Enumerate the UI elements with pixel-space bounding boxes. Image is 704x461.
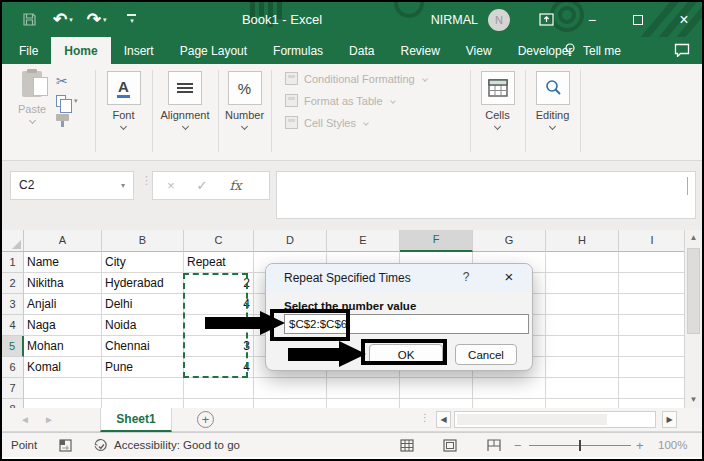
- user-name[interactable]: NIRMAL: [431, 13, 478, 27]
- cell-B3[interactable]: Delhi: [102, 294, 184, 315]
- redo-button[interactable]: ↷ ▾: [87, 11, 107, 28]
- row-header-3[interactable]: 3: [2, 294, 24, 315]
- cell-C5[interactable]: 3: [184, 336, 254, 357]
- cell-G7[interactable]: [473, 378, 546, 399]
- cell-E8[interactable]: [327, 399, 400, 408]
- cell-B4[interactable]: Noida: [102, 315, 184, 336]
- row-header-5[interactable]: 5: [2, 336, 24, 357]
- cell-H7[interactable]: [546, 378, 619, 399]
- cell-H8[interactable]: [546, 399, 619, 408]
- cell-B5[interactable]: Chennai: [102, 336, 184, 357]
- vertical-scrollbar-thumb[interactable]: [687, 248, 700, 334]
- close-icon[interactable]: ×: [676, 12, 692, 28]
- select-all-button[interactable]: [2, 230, 24, 252]
- column-header-F[interactable]: F: [400, 230, 473, 252]
- conditional-formatting-button[interactable]: Conditional Formatting: [285, 72, 427, 85]
- cell-A6[interactable]: Komal: [24, 357, 102, 378]
- tab-review[interactable]: Review: [387, 37, 452, 64]
- chevron-down-icon[interactable]: [241, 123, 248, 130]
- column-header-B[interactable]: B: [102, 230, 184, 252]
- paste-dropdown-icon[interactable]: [28, 117, 35, 124]
- horizontal-scrollbar-thumb[interactable]: [457, 414, 607, 425]
- macro-record-icon[interactable]: [59, 433, 72, 457]
- cell-styles-button[interactable]: Cell Styles: [285, 116, 368, 129]
- cell-D8[interactable]: [254, 399, 327, 408]
- cell-A3[interactable]: Anjali: [24, 294, 102, 315]
- enter-entry-icon[interactable]: ✓: [197, 178, 208, 193]
- cell-I2[interactable]: [619, 273, 686, 294]
- name-box[interactable]: C2 ▾: [10, 171, 134, 200]
- tab-insert[interactable]: Insert: [111, 37, 167, 64]
- scroll-up-icon[interactable]: ▲: [685, 230, 702, 246]
- cell-A5[interactable]: Mohan: [24, 336, 102, 357]
- horizontal-scrollbar[interactable]: [454, 411, 656, 428]
- tab-home[interactable]: Home: [51, 37, 110, 64]
- cell-B2[interactable]: Hyderabad: [102, 273, 184, 294]
- cell-F7[interactable]: [400, 378, 473, 399]
- normal-view-button[interactable]: [400, 433, 414, 457]
- row-header-4[interactable]: 4: [2, 315, 24, 336]
- sheet-nav-left-icon[interactable]: ◄: [20, 408, 30, 432]
- accessibility-text[interactable]: Accessibility: Good to go: [114, 433, 240, 457]
- row-header-6[interactable]: 6: [2, 357, 24, 378]
- cell-I6[interactable]: [619, 357, 686, 378]
- format-painter-icon[interactable]: [56, 114, 69, 121]
- number-group[interactable]: % Number: [218, 64, 271, 161]
- cell-C2[interactable]: 2: [184, 273, 254, 294]
- maximize-icon[interactable]: [630, 12, 646, 28]
- zoom-slider[interactable]: [529, 445, 631, 446]
- chevron-down-icon[interactable]: [549, 123, 556, 130]
- name-box-dropdown-icon[interactable]: ▾: [121, 172, 125, 199]
- avatar[interactable]: N: [488, 9, 510, 31]
- dialog-help-button[interactable]: ?: [458, 270, 474, 286]
- cut-icon[interactable]: ✂: [56, 74, 68, 88]
- chevron-down-icon[interactable]: [494, 123, 501, 130]
- scroll-down-icon[interactable]: ▼: [685, 392, 702, 408]
- formula-input[interactable]: [276, 171, 696, 219]
- column-header-I[interactable]: I: [619, 230, 686, 252]
- copy-icon[interactable]: [56, 95, 66, 107]
- copy-dropdown-icon[interactable]: ▾: [74, 97, 78, 105]
- cancel-button[interactable]: Cancel: [455, 344, 517, 365]
- row-header-2[interactable]: 2: [2, 273, 24, 294]
- cell-A2[interactable]: Nikitha: [24, 273, 102, 294]
- column-header-E[interactable]: E: [327, 230, 400, 252]
- cell-A4[interactable]: Naga: [24, 315, 102, 336]
- cell-H4[interactable]: [546, 315, 619, 336]
- cell-B7[interactable]: [102, 378, 184, 399]
- redo-dropdown-icon[interactable]: ▾: [103, 16, 107, 24]
- minimize-icon[interactable]: −: [584, 12, 600, 28]
- font-group[interactable]: A Font: [95, 64, 152, 161]
- cell-G8[interactable]: [473, 399, 546, 408]
- sheet-tab-sheet1[interactable]: Sheet1: [100, 408, 172, 432]
- tab-view[interactable]: View: [453, 37, 505, 64]
- scroll-left-icon[interactable]: ◀: [436, 411, 451, 428]
- column-header-C[interactable]: C: [184, 230, 254, 252]
- sheet-nav-right-icon[interactable]: ►: [44, 408, 54, 432]
- zoom-slider-thumb[interactable]: [579, 440, 581, 451]
- row-header-7[interactable]: 7: [2, 378, 24, 399]
- alignment-group[interactable]: Alignment: [152, 64, 218, 161]
- zoom-in-button[interactable]: +: [636, 433, 644, 457]
- row-header-1[interactable]: 1: [2, 252, 24, 273]
- dialog-close-icon[interactable]: ×: [500, 268, 518, 286]
- tab-formulas[interactable]: Formulas: [260, 37, 336, 64]
- cell-C6[interactable]: 4: [184, 357, 254, 378]
- accessibility-icon[interactable]: [94, 433, 108, 457]
- cell-D7[interactable]: [254, 378, 327, 399]
- cell-A1[interactable]: Name: [24, 252, 102, 273]
- cell-H3[interactable]: [546, 294, 619, 315]
- zoom-out-button[interactable]: −: [514, 433, 522, 457]
- tell-me[interactable]: Tell me: [564, 37, 621, 64]
- cell-A7[interactable]: [24, 378, 102, 399]
- cell-I8[interactable]: [619, 399, 686, 408]
- chevron-down-icon[interactable]: [181, 123, 188, 130]
- undo-dropdown-icon[interactable]: ▾: [69, 16, 73, 24]
- cell-I3[interactable]: [619, 294, 686, 315]
- editing-group[interactable]: Editing: [525, 64, 580, 161]
- cell-B6[interactable]: Pune: [102, 357, 184, 378]
- insert-function-icon[interactable]: fx: [230, 178, 242, 193]
- column-header-G[interactable]: G: [473, 230, 546, 252]
- vertical-scrollbar[interactable]: ▲ ▼: [684, 230, 702, 408]
- cell-F8[interactable]: [400, 399, 473, 408]
